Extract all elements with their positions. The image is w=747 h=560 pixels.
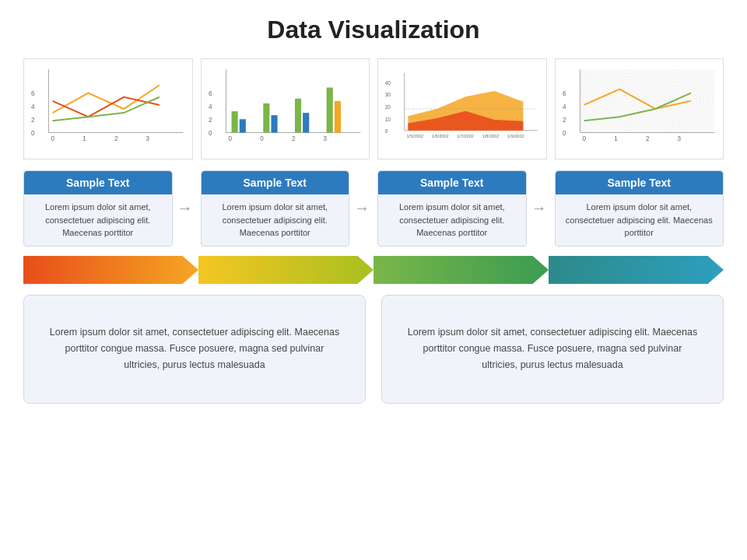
arrow-1 — [23, 256, 198, 284]
arrow-4 — [549, 256, 724, 284]
svg-rect-25 — [303, 113, 309, 132]
svg-rect-24 — [294, 99, 300, 133]
bottom-row: Lorem ipsum dolor sit amet, consectetuer… — [23, 295, 724, 404]
svg-text:1: 1 — [614, 135, 618, 142]
svg-text:10: 10 — [385, 117, 391, 122]
svg-text:1/8/2002: 1/8/2002 — [482, 134, 500, 138]
card-wrapper-3: Sample Text Lorem ipsum dolor sit amet, … — [377, 170, 547, 247]
card-1-header: Sample Text — [24, 171, 172, 194]
arrow-2 — [198, 256, 374, 284]
card-3-body: Lorem ipsum dolor sit amet, consectetuer… — [378, 194, 526, 246]
svg-text:3: 3 — [677, 135, 681, 142]
svg-text:3: 3 — [323, 135, 327, 142]
card-1-body: Lorem ipsum dolor sit amet, consectetuer… — [24, 194, 172, 246]
chart-2: 0 2 4 6 0 0 2 3 — [201, 58, 370, 159]
arrows-row — [23, 256, 724, 284]
card-4: Sample Text Lorem ipsum dolor sit amet, … — [555, 170, 724, 247]
svg-text:4: 4 — [209, 103, 212, 110]
page: Data Visualization 0 2 4 6 0 1 2 3 — [0, 0, 747, 560]
svg-marker-57 — [549, 256, 724, 284]
bottom-box-2: Lorem ipsum dolor sit amet, consectetuer… — [381, 295, 724, 404]
svg-text:0: 0 — [31, 130, 35, 137]
svg-text:6: 6 — [563, 90, 566, 97]
svg-text:30: 30 — [385, 92, 391, 97]
card-3: Sample Text Lorem ipsum dolor sit amet, … — [377, 170, 527, 247]
svg-text:4: 4 — [31, 103, 35, 110]
svg-text:0: 0 — [228, 135, 232, 142]
card-2: Sample Text Lorem ipsum dolor sit amet, … — [201, 170, 350, 247]
svg-marker-56 — [374, 256, 549, 284]
card-4-body: Lorem ipsum dolor sit amet, consectetuer… — [556, 194, 724, 246]
chart-3: 0 10 20 30 40 1/5/2002 1/6/2002 1/7/2002… — [377, 58, 547, 159]
svg-text:2: 2 — [645, 135, 649, 142]
card-4-header: Sample Text — [556, 171, 724, 194]
svg-text:1: 1 — [82, 135, 86, 142]
svg-text:20: 20 — [385, 104, 391, 110]
svg-text:0: 0 — [260, 135, 264, 142]
svg-rect-21 — [239, 119, 245, 132]
svg-text:1/7/2002: 1/7/2002 — [457, 134, 474, 138]
svg-text:2: 2 — [31, 117, 35, 124]
svg-rect-23 — [271, 115, 277, 132]
svg-text:0: 0 — [385, 128, 388, 134]
card-2-header: Sample Text — [202, 171, 349, 194]
svg-text:40: 40 — [385, 80, 391, 86]
card-wrapper-2: Sample Text Lorem ipsum dolor sit amet, … — [201, 170, 370, 247]
svg-text:0: 0 — [51, 135, 54, 142]
svg-text:1/9/2002: 1/9/2002 — [507, 134, 524, 138]
svg-text:6: 6 — [209, 90, 212, 97]
charts-row: 0 2 4 6 0 1 2 3 0 — [23, 58, 724, 159]
svg-text:0: 0 — [209, 130, 212, 137]
chart-1: 0 2 4 6 0 1 2 3 — [23, 58, 193, 159]
card-3-header: Sample Text — [378, 171, 526, 194]
card-wrapper-4: Sample Text Lorem ipsum dolor sit amet, … — [555, 170, 724, 247]
page-title: Data Visualization — [23, 16, 724, 44]
svg-marker-54 — [23, 256, 198, 284]
cards-row: Sample Text Lorem ipsum dolor sit amet, … — [23, 170, 724, 247]
svg-text:1/5/2002: 1/5/2002 — [407, 134, 424, 138]
svg-text:2: 2 — [291, 135, 295, 142]
svg-rect-43 — [580, 69, 714, 132]
arrow-3 — [374, 256, 549, 284]
svg-text:2: 2 — [563, 117, 566, 124]
bottom-box-1: Lorem ipsum dolor sit amet, consectetuer… — [23, 295, 366, 404]
svg-rect-26 — [326, 88, 332, 133]
svg-text:2: 2 — [209, 117, 212, 124]
svg-text:6: 6 — [31, 90, 35, 97]
svg-text:3: 3 — [146, 135, 150, 142]
card-2-body: Lorem ipsum dolor sit amet, consectetuer… — [202, 194, 349, 246]
card-1: Sample Text Lorem ipsum dolor sit amet, … — [23, 170, 173, 247]
svg-marker-55 — [198, 256, 374, 284]
svg-rect-27 — [334, 101, 340, 133]
card-wrapper-1: Sample Text Lorem ipsum dolor sit amet, … — [23, 170, 193, 247]
svg-rect-20 — [231, 111, 237, 132]
svg-text:0: 0 — [563, 130, 566, 137]
svg-text:2: 2 — [114, 135, 118, 142]
chart-4: 0 2 4 6 0 1 2 3 — [555, 58, 724, 159]
svg-text:0: 0 — [582, 135, 586, 142]
svg-rect-22 — [263, 103, 269, 133]
svg-text:1/6/2002: 1/6/2002 — [432, 134, 449, 138]
svg-text:4: 4 — [563, 103, 566, 110]
